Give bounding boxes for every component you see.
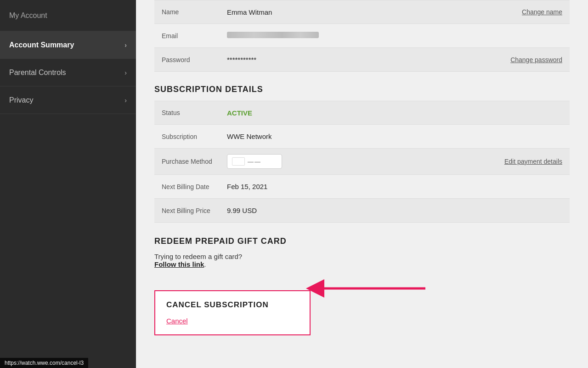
email-blurred-display [227,32,319,38]
password-value: *********** [223,50,503,69]
payment-card-visual: —— [227,154,282,169]
change-password-button[interactable]: Change password [503,51,570,69]
status-active-badge: ACTIVE [227,109,252,117]
sidebar-my-account-label: My Account [9,12,47,20]
purchase-method-label: Purchase Method [154,152,223,171]
name-label: Name [154,3,223,21]
redeem-section-title: REDEEM PREPAID GIFT CARD [154,236,570,246]
status-label: Status [154,104,223,122]
next-billing-date-value: Feb 15, 2021 [223,177,570,196]
svg-marker-1 [306,279,324,298]
chevron-right-icon: › [124,69,127,76]
name-value: Emma Witman [223,3,514,22]
redeem-section: REDEEM PREPAID GIFT CARD Trying to redee… [154,236,570,268]
follow-this-link-button[interactable]: Follow this link [154,260,204,268]
card-logo-block [232,157,245,166]
sidebar-item-account-summary[interactable]: Account Summary › [0,31,136,59]
email-row: Email [154,24,570,48]
sidebar-item-parental-controls-label: Parental Controls [9,69,66,77]
sidebar-item-privacy-label: Privacy [9,96,33,104]
cancel-box-title: CANCEL SUBSCRIPTION [166,300,299,310]
edit-payment-button[interactable]: Edit payment details [497,152,570,171]
chevron-right-icon: › [124,41,127,49]
subscription-info-section: Status ACTIVE Subscription WWE Network P… [154,101,570,223]
status-row: Status ACTIVE [154,101,570,125]
next-billing-date-row: Next Billing Date Feb 15, 2021 [154,175,570,199]
status-bar: https://watch.wwe.com/cancel-l3 [0,358,88,368]
cancel-link[interactable]: Cancel [166,317,188,325]
purchase-method-value: —— [223,149,497,174]
redeem-text: Trying to redeem a gift card? Follow thi… [154,253,570,268]
next-billing-price-label: Next Billing Price [154,201,223,220]
main-content: Name Emma Witman Change name Email Passw… [136,0,588,368]
subscription-label: Subscription [154,127,223,146]
cancel-arrow-annotation [306,275,425,302]
card-last-four: —— [248,158,261,165]
name-row: Name Emma Witman Change name [154,0,570,24]
next-billing-price-value: 9.99 USD [223,201,570,220]
subscription-section-title: SUBSCRIPTION DETAILS [154,85,570,94]
email-value [223,26,570,45]
password-label: Password [154,51,223,69]
email-label: Email [154,27,223,45]
sidebar: My Account Account Summary › Parental Co… [0,0,136,368]
purchase-method-row: Purchase Method —— Edit payment details [154,149,570,175]
sidebar-item-parental-controls[interactable]: Parental Controls › [0,59,136,86]
next-billing-date-label: Next Billing Date [154,178,223,196]
sidebar-item-privacy[interactable]: Privacy › [0,86,136,114]
next-billing-price-row: Next Billing Price 9.99 USD [154,199,570,223]
cancel-subscription-area: CANCEL SUBSCRIPTION Cancel [154,279,570,335]
password-row: Password *********** Change password [154,48,570,72]
chevron-right-icon: › [124,97,127,104]
status-bar-url: https://watch.wwe.com/cancel-l3 [5,360,84,366]
sidebar-my-account-header: My Account [0,0,136,31]
change-name-button[interactable]: Change name [514,3,570,21]
sidebar-item-account-summary-label: Account Summary [9,41,74,49]
cancel-subscription-box: CANCEL SUBSCRIPTION Cancel [154,290,311,335]
subscription-value: WWE Network [223,127,570,146]
subscription-row: Subscription WWE Network [154,125,570,149]
status-value: ACTIVE [223,104,570,122]
account-info-section: Name Emma Witman Change name Email Passw… [154,0,570,72]
